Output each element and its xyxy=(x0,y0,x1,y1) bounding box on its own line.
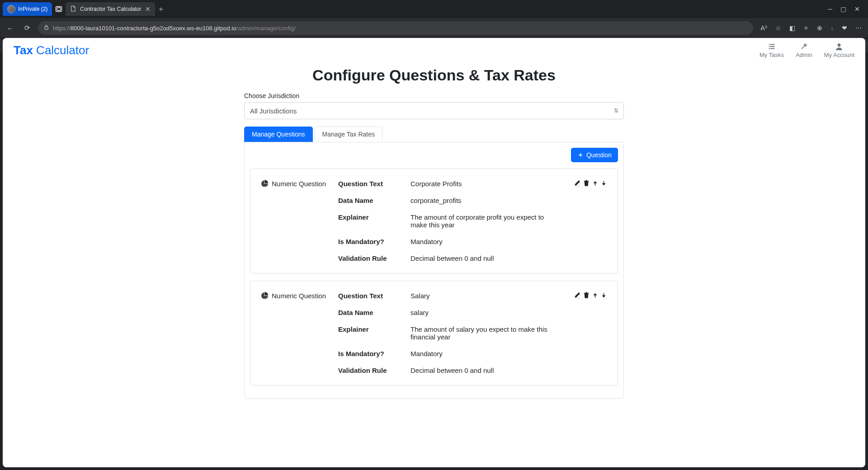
svg-point-3 xyxy=(838,43,841,47)
close-tab-icon[interactable]: ✕ xyxy=(145,5,151,13)
tools-icon xyxy=(800,42,808,51)
tab-title: Contractor Tax Calculator xyxy=(80,6,141,12)
svg-rect-1 xyxy=(57,8,61,10)
back-button[interactable]: ← xyxy=(4,24,16,32)
app-header: Tax Calculator My Tasks Admin xyxy=(3,38,865,52)
close-window-icon[interactable]: ✕ xyxy=(854,5,860,13)
url-input[interactable]: https://8000-laura10101-contractorta-g5o… xyxy=(38,21,753,35)
lock-icon xyxy=(43,24,49,32)
read-aloud-icon[interactable]: A)) xyxy=(760,24,767,32)
browser-chrome: InPrivate (2) Contractor Tax Calculator … xyxy=(0,0,868,38)
page-icon xyxy=(70,5,76,13)
user-icon xyxy=(835,42,843,51)
toolbar-icons: A)) ☆ ◧ ✧ ⊕ ↓ ❤ ⋯ xyxy=(758,24,864,32)
nav-my-tasks[interactable]: My Tasks xyxy=(760,42,784,52)
header-nav: My Tasks Admin My Account xyxy=(760,42,854,52)
nav-admin[interactable]: Admin xyxy=(796,42,812,52)
downloads-icon[interactable]: ↓ xyxy=(830,24,834,32)
favorite-icon[interactable]: ☆ xyxy=(775,24,781,32)
address-bar: ← ⟳ https://8000-laura10101-contractorta… xyxy=(0,18,868,38)
more-icon[interactable]: ⋯ xyxy=(855,24,862,32)
profile-avatar-icon xyxy=(7,5,15,13)
new-tab-button[interactable]: ＋ xyxy=(155,5,167,14)
performance-icon[interactable]: ❤ xyxy=(842,24,847,32)
nav-my-account[interactable]: My Account xyxy=(824,42,854,52)
refresh-button[interactable]: ⟳ xyxy=(21,24,33,32)
window-controls: ─ ▢ ✕ xyxy=(828,5,865,13)
collections-icon[interactable]: ⊕ xyxy=(817,24,822,32)
brand-logo[interactable]: Tax Calculator xyxy=(14,43,89,52)
inprivate-indicator[interactable]: InPrivate (2) xyxy=(3,2,52,16)
split-screen-icon[interactable]: ◧ xyxy=(789,24,795,32)
inprivate-label: InPrivate (2) xyxy=(18,6,47,12)
tab-bar: InPrivate (2) Contractor Tax Calculator … xyxy=(0,0,868,18)
tasks-icon xyxy=(768,42,776,51)
maximize-icon[interactable]: ▢ xyxy=(840,5,846,13)
minimize-icon[interactable]: ─ xyxy=(828,5,832,13)
url-text: https://8000-laura10101-contractorta-g5o… xyxy=(53,25,296,32)
svg-rect-2 xyxy=(45,27,48,30)
favorites-bar-icon[interactable]: ✧ xyxy=(803,24,809,32)
browser-tab[interactable]: Contractor Tax Calculator ✕ xyxy=(66,2,155,16)
workspaces-icon[interactable] xyxy=(52,5,66,13)
page-viewport: Tax Calculator My Tasks Admin xyxy=(3,38,865,52)
page-scroll[interactable]: Tax Calculator My Tasks Admin xyxy=(3,38,865,52)
